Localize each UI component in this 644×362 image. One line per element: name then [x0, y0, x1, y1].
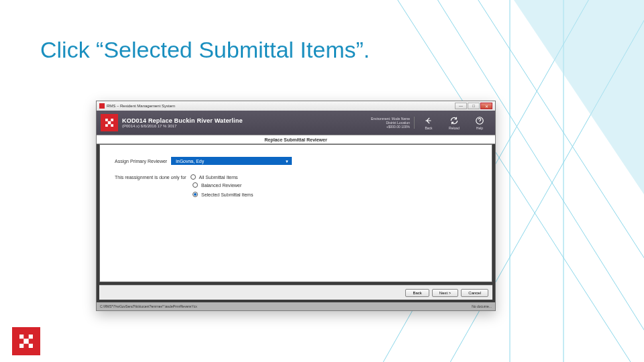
- radio-selected-items[interactable]: [193, 192, 198, 197]
- help-icon: [475, 116, 484, 125]
- usace-logo: [101, 114, 118, 131]
- reassignment-scope-label: This reassignment is done only for: [115, 175, 186, 180]
- help-tool-label: Help: [476, 126, 483, 130]
- wizard-back-button[interactable]: Back: [405, 289, 429, 297]
- project-title: KOD014 Replace Buckin River Waterline: [122, 117, 367, 124]
- env-line-3: +$000.00 100%: [371, 125, 410, 129]
- app-icon: [99, 103, 105, 109]
- close-button[interactable]: ✕: [480, 103, 492, 109]
- reload-tool-label: Reload: [449, 126, 460, 130]
- status-right-text: No docume...: [472, 304, 492, 308]
- radio-all-items-label: All Submittal Items: [199, 175, 238, 180]
- section-title: Replace Submittal Reviewer: [97, 135, 495, 144]
- window-titlebar: RMS – Resident Management System — □ ✕: [97, 101, 495, 111]
- window-title-text: RMS – Resident Management System: [107, 104, 175, 108]
- back-tool-button[interactable]: Back: [417, 116, 440, 130]
- svg-marker-0: [514, 0, 644, 194]
- wizard-next-button[interactable]: Next >: [432, 289, 459, 297]
- help-tool-button[interactable]: Help: [468, 116, 491, 130]
- radio-balanced-reviewer[interactable]: [193, 182, 198, 188]
- primary-reviewer-select[interactable]: inGovna, Edy: [171, 157, 292, 165]
- assign-reviewer-label: Assign Primary Reviewer: [115, 159, 167, 164]
- status-bar: C:\RMS*\?rwGovSend?ticktocent?emrnes*:\a…: [97, 302, 495, 310]
- content-panel: Assign Primary Reviewer inGovna, Edy Thi…: [99, 144, 492, 282]
- usace-corner-logo: [12, 327, 40, 355]
- wizard-cancel-button[interactable]: Cancel: [461, 289, 488, 297]
- app-window: RMS – Resident Management System — □ ✕ K…: [96, 101, 496, 311]
- reload-icon: [449, 116, 459, 125]
- reload-tool-button[interactable]: Reload: [443, 116, 466, 130]
- back-arrow-icon: [424, 116, 433, 125]
- status-left-text: C:\RMS*\?rwGovSend?ticktocent?emrnes*:\a…: [100, 304, 197, 308]
- wizard-footer: Back Next > Cancel: [99, 285, 492, 300]
- back-tool-label: Back: [425, 126, 432, 130]
- minimize-button[interactable]: —: [455, 103, 467, 109]
- environment-info: Environment: Mode Name District Location…: [371, 117, 415, 129]
- radio-selected-items-label: Selected Submittal Items: [201, 192, 253, 197]
- maximize-button[interactable]: □: [468, 103, 480, 109]
- radio-balanced-reviewer-label: Balanced Reviewer: [201, 183, 241, 188]
- project-subtitle: (P0014.x) 6/6/2016 17 % 3017: [122, 124, 367, 128]
- slide-title: Click “Selected Submittal Items”.: [40, 37, 370, 63]
- app-header: KOD014 Replace Buckin River Waterline (P…: [97, 111, 495, 135]
- radio-all-items[interactable]: [191, 174, 196, 180]
